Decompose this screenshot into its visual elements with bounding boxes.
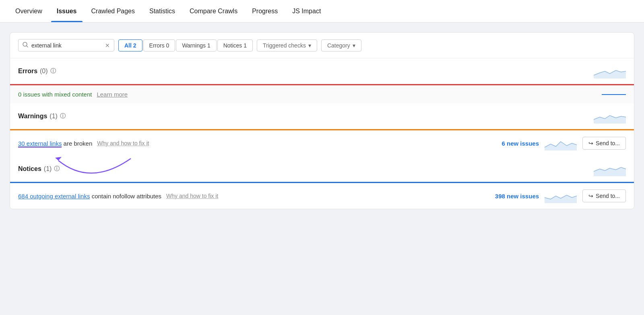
filter-tabs: All 2 Errors 0 Warnings 1 Notices 1 bbox=[118, 39, 253, 51]
notices-section-header: Notices (1) ⓘ bbox=[10, 156, 634, 182]
broken-links-text: are broken bbox=[62, 140, 92, 147]
nav-overview[interactable]: Overview bbox=[10, 0, 48, 22]
warnings-issue-right: 6 new issues ↪ Send to... bbox=[502, 136, 626, 150]
send-icon-2: ↪ bbox=[588, 193, 593, 199]
notices-issue-left: 684 outgoing external links contain nofo… bbox=[18, 193, 495, 200]
svg-marker-7 bbox=[545, 195, 577, 203]
nav-js-impact[interactable]: JS Impact bbox=[287, 0, 326, 22]
search-icon bbox=[23, 42, 28, 49]
notices-title: Notices (1) ⓘ bbox=[18, 165, 60, 173]
mixed-content-left: 0 issues with mixed content Learn more bbox=[18, 91, 128, 98]
filter-notices[interactable]: Notices 1 bbox=[217, 39, 253, 51]
filter-bar: ✕ All 2 Errors 0 Warnings 1 Notices 1 Tr… bbox=[10, 33, 634, 58]
warnings-issue-row: 30 external links are broken Why and how… bbox=[10, 130, 634, 156]
errors-section-header: Errors (0) ⓘ bbox=[10, 58, 634, 84]
svg-marker-2 bbox=[594, 70, 626, 78]
search-box: ✕ bbox=[18, 39, 114, 51]
nav-statistics[interactable]: Statistics bbox=[144, 0, 181, 22]
filter-errors[interactable]: Errors 0 bbox=[143, 39, 175, 51]
warnings-new-issues: 6 new issues bbox=[502, 140, 539, 147]
notices-issue-row: 684 outgoing external links contain nofo… bbox=[10, 183, 634, 209]
chevron-down-icon-2: ▾ bbox=[353, 42, 355, 49]
notices-label: Notices bbox=[18, 165, 41, 173]
learn-more-link[interactable]: Learn more bbox=[97, 91, 128, 98]
warnings-issue-chart bbox=[545, 136, 577, 150]
nav-crawled-pages[interactable]: Crawled Pages bbox=[86, 0, 141, 22]
warnings-label: Warnings bbox=[18, 113, 47, 120]
notices-issue-right: 398 new issues ↪ Send to... bbox=[495, 189, 626, 203]
notices-mini-chart bbox=[594, 162, 626, 176]
errors-label: Errors bbox=[18, 68, 37, 75]
notices-send-label: Send to... bbox=[596, 193, 620, 199]
nav-compare-crawls[interactable]: Compare Crawls bbox=[184, 0, 243, 22]
mixed-content-row: 0 issues with mixed content Learn more bbox=[10, 85, 634, 103]
nav-progress[interactable]: Progress bbox=[246, 0, 283, 22]
warnings-info-icon[interactable]: ⓘ bbox=[60, 113, 66, 120]
errors-count: (0) bbox=[40, 68, 48, 75]
warnings-title: Warnings (1) ⓘ bbox=[18, 113, 66, 120]
notices-issue-chart bbox=[545, 189, 577, 203]
warnings-help-link[interactable]: Why and how to fix it bbox=[97, 140, 149, 146]
svg-marker-6 bbox=[594, 167, 626, 176]
category-label: Category bbox=[327, 42, 350, 49]
send-icon: ↪ bbox=[588, 140, 593, 146]
search-input[interactable] bbox=[31, 42, 102, 49]
clear-search-button[interactable]: ✕ bbox=[105, 43, 110, 48]
filter-all[interactable]: All 2 bbox=[118, 39, 142, 51]
filter-warnings[interactable]: Warnings 1 bbox=[176, 39, 216, 51]
warnings-send-button[interactable]: ↪ Send to... bbox=[582, 137, 626, 150]
category-dropdown[interactable]: Category ▾ bbox=[321, 39, 361, 51]
mixed-content-text: 0 issues with mixed content bbox=[18, 91, 92, 98]
errors-info-icon[interactable]: ⓘ bbox=[50, 68, 56, 75]
errors-mini-chart bbox=[594, 64, 626, 78]
warnings-section-header: Warnings (1) ⓘ bbox=[10, 103, 634, 129]
notices-new-issues: 398 new issues bbox=[495, 193, 539, 200]
main-nav: Overview Issues Crawled Pages Statistics… bbox=[0, 0, 644, 23]
mixed-content-chart bbox=[602, 94, 626, 95]
svg-line-1 bbox=[27, 46, 28, 47]
notices-help-link[interactable]: Why and how to fix it bbox=[166, 193, 218, 199]
main-content: ✕ All 2 Errors 0 Warnings 1 Notices 1 Tr… bbox=[0, 23, 644, 219]
warnings-count: (1) bbox=[50, 113, 58, 120]
nav-issues[interactable]: Issues bbox=[51, 0, 83, 22]
warnings-issue-left: 30 external links are broken Why and how… bbox=[18, 140, 502, 147]
notices-send-button[interactable]: ↪ Send to... bbox=[582, 189, 626, 202]
nofollow-links-text: contain nofollow attributes bbox=[90, 193, 161, 200]
chevron-down-icon: ▾ bbox=[308, 42, 311, 49]
nofollow-links-link[interactable]: 684 outgoing external links bbox=[18, 193, 90, 200]
triggered-checks-dropdown[interactable]: Triggered checks ▾ bbox=[257, 39, 317, 51]
notices-info-icon[interactable]: ⓘ bbox=[54, 165, 60, 173]
broken-links-link[interactable]: 30 external links bbox=[18, 140, 62, 147]
notices-count: (1) bbox=[44, 165, 52, 173]
errors-title: Errors (0) ⓘ bbox=[18, 68, 56, 75]
svg-marker-3 bbox=[594, 115, 626, 124]
warnings-mini-chart bbox=[594, 109, 626, 124]
issues-card: ✕ All 2 Errors 0 Warnings 1 Notices 1 Tr… bbox=[10, 32, 634, 209]
triggered-checks-label: Triggered checks bbox=[263, 42, 306, 49]
warnings-send-label: Send to... bbox=[596, 140, 620, 146]
